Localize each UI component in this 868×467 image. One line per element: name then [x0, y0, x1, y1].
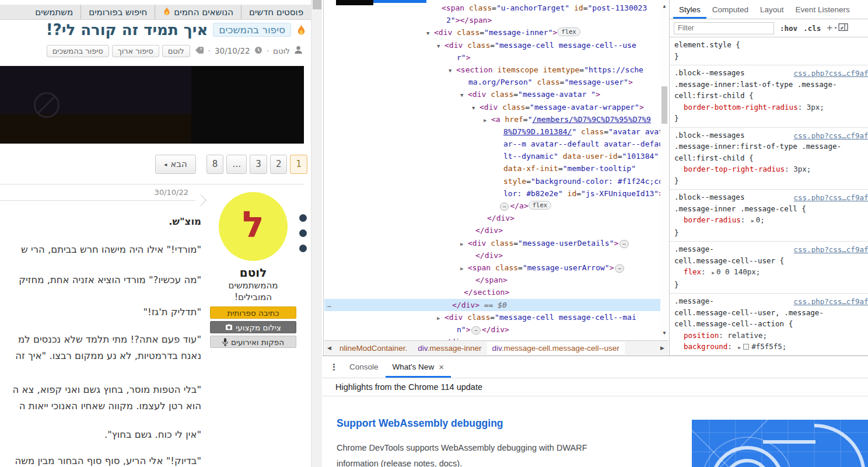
- crumb-scroll-left-icon[interactable]: ◀: [324, 345, 334, 351]
- rule-selector-line[interactable]: .message-inner .message-cell {: [674, 203, 868, 215]
- expand-arrow-icon[interactable]: ▼: [460, 89, 468, 102]
- rule-selector-line[interactable]: .message-inner:last-of-type .message-: [674, 79, 868, 90]
- thread-author[interactable]: לוטם: [273, 46, 290, 55]
- dom-tree-node[interactable]: ▼<div class="message-avatar-wrapper">: [324, 101, 660, 113]
- stylesheet-link[interactable]: css.php?css…cf9af1: [794, 244, 868, 256]
- inline-expand-icon[interactable]: …: [471, 326, 480, 334]
- panel-brush-icon[interactable]: [838, 23, 848, 34]
- dom-tree-node[interactable]: ▼<section itemscope itemtype="https://sc…: [324, 64, 660, 76]
- page-button[interactable]: 3: [250, 155, 267, 174]
- dom-tree-node[interactable]: ▶<div class="message-userDetails">…: [324, 237, 660, 249]
- tag-chip[interactable]: לוטם: [162, 45, 190, 57]
- dom-tree-node[interactable]: ▶<a href="/members/%D7%9C%D7%95%D7%9: [324, 113, 660, 126]
- close-icon[interactable]: ×: [439, 362, 444, 372]
- drawer-tab-console[interactable]: Console: [342, 356, 386, 378]
- stylesheet-link[interactable]: css.php?css…cf9af1: [794, 296, 868, 308]
- pseudo-state-toggle[interactable]: :hov: [780, 24, 797, 33]
- collapsed-arrow-icon[interactable]: ▶: [437, 312, 444, 325]
- expand-value-icon[interactable]: ▶: [712, 270, 715, 276]
- dom-tree-node[interactable]: style="background-color: #f1f24c;co: [324, 175, 660, 187]
- expand-value-icon[interactable]: ▶: [751, 218, 754, 224]
- sidebar-tab-event-listeners[interactable]: Event Listeners: [790, 0, 856, 19]
- dom-tree-node[interactable]: …</div> == $0: [324, 299, 660, 311]
- dom-tree-node[interactable]: ▼<div class="message-avatar ">: [324, 88, 660, 100]
- dom-tree-node[interactable]: lor: #b82e2e" id="js-XFUniqueId13">: [324, 187, 660, 200]
- collapsed-arrow-icon[interactable]: ▶: [460, 238, 468, 250]
- dom-tree-node[interactable]: </div>: [324, 249, 660, 262]
- dom-tree-node[interactable]: data-xf-init="member-tooltip": [324, 162, 660, 175]
- tag-chip[interactable]: סיפור בהמשכים: [47, 45, 109, 57]
- elements-scrollbar-thumb[interactable]: [662, 86, 667, 124]
- rule-selector-line[interactable]: cell.message-cell--user, .message-: [674, 307, 868, 319]
- inline-expand-icon[interactable]: …: [500, 203, 509, 211]
- dom-tree-node[interactable]: <span class="u-anchorTarget" id="post-11…: [324, 2, 660, 14]
- dom-tree-node[interactable]: ▶<span class="message-userArrow">…: [324, 262, 660, 274]
- dom-tree-node[interactable]: lt--dynamic" data-user-id="101384": [324, 150, 660, 162]
- css-property[interactable]: flex: ▶0 0 140px;: [674, 266, 868, 279]
- page-button[interactable]: 1: [290, 155, 307, 174]
- dom-tree-node[interactable]: </div>: [324, 212, 660, 224]
- breadcrumb-item[interactable]: div.message-inner: [412, 342, 487, 354]
- stylesheet-link[interactable]: css.php?css…cf9af1: [794, 68, 868, 79]
- tag-chip[interactable]: סיפור ארוך: [112, 45, 159, 57]
- nav-item[interactable]: הנושאים החמים: [155, 5, 242, 19]
- class-toggle[interactable]: .cls: [803, 24, 821, 33]
- expand-arrow-icon[interactable]: ▼: [426, 27, 434, 40]
- inline-expand-icon[interactable]: …: [620, 240, 628, 248]
- dom-tree-node[interactable]: ▼<div class="message-inner">flex: [324, 26, 660, 39]
- thread-prefix-badge[interactable]: סיפור בהמשכים: [213, 23, 291, 37]
- expand-arrow-icon[interactable]: ▼: [437, 40, 444, 53]
- scroll-down-icon[interactable]: ▼: [660, 330, 668, 336]
- avatar[interactable]: ל: [219, 192, 288, 261]
- breadcrumb-item[interactable]: div.message-cell.message-cell--user: [487, 342, 625, 354]
- new-style-rule-button[interactable]: +: [827, 24, 832, 32]
- page-button[interactable]: …: [226, 155, 247, 174]
- dom-tree-node[interactable]: </span>: [324, 274, 660, 286]
- node-more-actions-icon[interactable]: …: [327, 299, 332, 311]
- href-link[interactable]: /members/%D7%9C%D7%95%D7%9: [532, 115, 651, 124]
- dom-tree-node[interactable]: n">…</div>: [324, 323, 660, 336]
- dom-tree-node[interactable]: 8%D7%9D.101384/" class="avatar avat: [324, 126, 660, 138]
- css-property[interactable]: background: ▶#f5f5f5;: [674, 341, 868, 354]
- drawer-tab-what-s-new[interactable]: What's New×: [386, 356, 451, 378]
- nav-item[interactable]: משתמשים: [27, 5, 81, 19]
- dom-tree-node[interactable]: </div>: [324, 224, 660, 236]
- href-link[interactable]: 8%D7%9D.101384/: [503, 127, 572, 136]
- expand-arrow-icon[interactable]: ▼: [449, 65, 456, 77]
- sidebar-tab-styles[interactable]: Styles: [673, 0, 706, 19]
- page-scrollbar-thumb[interactable]: [313, 0, 321, 9]
- page-button[interactable]: 2: [270, 155, 288, 174]
- flex-badge[interactable]: flex: [557, 27, 580, 36]
- dom-tree-node[interactable]: r">: [324, 51, 660, 64]
- inline-expand-icon[interactable]: …: [615, 264, 624, 273]
- collapsed-arrow-icon[interactable]: ▶: [484, 114, 491, 127]
- rule-selector-line[interactable]: cell.message-cell--user {: [674, 255, 868, 267]
- post-date[interactable]: 30/10/22: [155, 188, 188, 197]
- css-property[interactable]: border-bottom-right-radius: 3px;: [674, 102, 868, 113]
- crumb-scroll-right-icon[interactable]: ▶: [657, 345, 667, 351]
- nav-item[interactable]: חיפוש בפורומים: [81, 5, 155, 19]
- stylesheet-link[interactable]: css.php?css…cf9af1: [794, 192, 868, 204]
- drawer-menu-icon[interactable]: ⋮: [330, 356, 342, 378]
- css-property[interactable]: border-radius: ▶0;: [674, 214, 868, 227]
- dom-tree-node[interactable]: ▶<div class="message-cell message-cell--…: [324, 311, 660, 323]
- username[interactable]: לוטם: [202, 266, 304, 280]
- collapsed-arrow-icon[interactable]: ▶: [460, 263, 468, 275]
- dom-tree-node[interactable]: 2"></span>: [324, 14, 660, 26]
- stylesheet-link[interactable]: css.php?css…cf9af1: [794, 130, 868, 142]
- dom-tree-node[interactable]: </section>: [324, 286, 660, 298]
- next-page-button[interactable]: הבא◂: [155, 155, 196, 174]
- css-property[interactable]: border-top-right-radius: 3px;: [674, 163, 868, 175]
- dom-tree-node[interactable]: ar--m avatar--default avatar--defau: [324, 138, 660, 150]
- rule-selector-line[interactable]: cell:first-child {: [674, 152, 868, 164]
- css-property[interactable]: position: relative;: [674, 330, 868, 341]
- dom-tree-node[interactable]: ▼<div class="message-cell message-cell--…: [324, 39, 660, 51]
- sidebar-tab-layout[interactable]: Layout: [754, 0, 790, 19]
- page-button[interactable]: 8: [206, 155, 224, 174]
- flex-badge[interactable]: flex: [528, 201, 551, 210]
- rule-selector-line[interactable]: cell.message-cell--action {: [674, 318, 868, 330]
- expand-value-icon[interactable]: ▶: [738, 345, 741, 350]
- page-scrollbar[interactable]: [311, 0, 322, 467]
- dom-tree-node[interactable]: …</a>flex: [324, 200, 660, 212]
- dom-tree-node[interactable]: </div>: [324, 336, 660, 340]
